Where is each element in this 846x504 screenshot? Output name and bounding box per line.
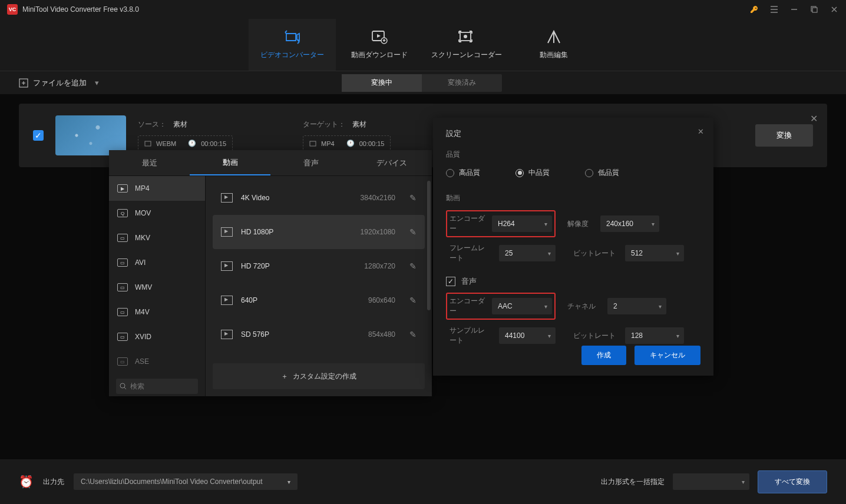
nav-download[interactable]: 動画ダウンロード: [336, 19, 423, 71]
resolution-640p[interactable]: 640P960x640✎: [213, 283, 425, 317]
window-actions: [749, 5, 839, 14]
scrollbar[interactable]: [427, 181, 431, 310]
format-search-input[interactable]: [116, 379, 198, 394]
audio-section-header: ✓ 音声: [446, 276, 700, 287]
video-icon: [221, 330, 233, 339]
file-icon: ▭: [117, 333, 128, 341]
format-icon: [144, 140, 151, 147]
convert-all-button[interactable]: すべて変換: [758, 470, 827, 493]
create-button[interactable]: 作成: [581, 346, 626, 365]
nav-editor[interactable]: 動画編集: [510, 19, 597, 71]
video-icon: [221, 261, 233, 271]
dropdown-icon[interactable]: ▾: [95, 78, 99, 87]
resolution-720p[interactable]: HD 720P1280x720✎: [213, 249, 425, 283]
format-popup: 最近 動画 音声 デバイス ▶MP4 QMOV ▭MKV ▭AVI ▭WMV ▭…: [109, 150, 432, 396]
audio-checkbox[interactable]: ✓: [446, 277, 455, 286]
sidebar-item-wmv[interactable]: ▭WMV: [109, 275, 205, 300]
resolution-1080p[interactable]: HD 1080P1920x1080✎: [213, 215, 425, 249]
content-area: ✓ ソース： 素材 WEBM 🕐 00:00:15 ターゲット： 素材 MP4 …: [0, 94, 846, 459]
samplerate-select[interactable]: 44100: [499, 327, 556, 344]
quality-high[interactable]: 高品質: [446, 168, 480, 178]
tab-converted[interactable]: 変換済み: [422, 74, 502, 92]
sidebar-item-ase[interactable]: ▭ASE: [109, 349, 205, 374]
svg-point-5: [464, 35, 467, 38]
footer: ⏰ 出力先 C:\Users\lizlu\Documents\MiniTool …: [0, 459, 846, 504]
format-tab-device[interactable]: デバイス: [351, 150, 432, 175]
format-tab-recent[interactable]: 最近: [109, 150, 190, 175]
edit-icon[interactable]: ✎: [409, 227, 417, 237]
channel-select[interactable]: 2: [607, 298, 666, 314]
menu-icon[interactable]: [769, 5, 779, 14]
remove-file-icon[interactable]: ✕: [810, 113, 818, 124]
sub-toolbar: ファイルを追加 ▾ 変換中 変換済み: [0, 71, 846, 94]
recorder-icon: [458, 30, 475, 44]
nav-recorder[interactable]: スクリーンレコーダー: [423, 19, 510, 71]
file-icon: ▭: [117, 258, 128, 267]
file-icon: ▭: [117, 357, 128, 366]
edit-icon[interactable]: ✎: [409, 193, 417, 203]
key-icon[interactable]: [749, 5, 759, 14]
cancel-button[interactable]: キャンセル: [634, 346, 700, 365]
format-icon: [309, 140, 316, 147]
output-label: 出力先: [43, 477, 64, 487]
app-logo: VC: [7, 4, 18, 15]
app-title: MiniTool Video Converter Free v3.8.0: [22, 5, 749, 14]
quality-low[interactable]: 低品質: [585, 168, 619, 178]
quality-radios: 高品質 中品質 低品質: [446, 168, 700, 178]
tab-converting[interactable]: 変換中: [342, 74, 422, 92]
main-nav: ビデオコンバーター 動画ダウンロード スクリーンレコーダー 動画編集: [0, 19, 846, 71]
close-icon[interactable]: [830, 5, 839, 14]
format-sidebar: ▶MP4 QMOV ▭MKV ▭AVI ▭WMV ▭M4V ▭XVID ▭ASE: [109, 176, 206, 396]
video-encoder-select[interactable]: H264: [492, 215, 552, 232]
video-icon: [221, 193, 233, 203]
resolution-select[interactable]: 240x160: [600, 215, 659, 232]
batch-format-select[interactable]: [673, 473, 749, 490]
nav-converter[interactable]: ビデオコンバーター: [249, 19, 336, 71]
file-icon: ▭: [117, 308, 128, 316]
output-path-select[interactable]: C:\Users\lizlu\Documents\MiniTool Video …: [74, 473, 298, 490]
download-icon: [371, 30, 388, 44]
sidebar-item-mkv[interactable]: ▭MKV: [109, 226, 205, 250]
clock-icon[interactable]: ⏰: [19, 475, 34, 489]
framerate-select[interactable]: 25: [499, 245, 556, 261]
converter-icon: [284, 30, 300, 44]
audio-encoder-select[interactable]: AAC: [492, 298, 552, 314]
edit-icon[interactable]: ✎: [409, 261, 417, 271]
video-bitrate-select[interactable]: 512: [625, 245, 684, 261]
sidebar-item-m4v[interactable]: ▭M4V: [109, 300, 205, 324]
video-section-label: 動画: [446, 193, 700, 203]
resolution-4k[interactable]: 4K Video3840x2160✎: [213, 181, 425, 215]
file-icon: ▭: [117, 234, 128, 242]
edit-icon[interactable]: ✎: [409, 296, 417, 305]
create-custom-button[interactable]: ＋カスタム設定の作成: [213, 363, 425, 389]
minimize-icon[interactable]: [789, 5, 799, 14]
titlebar: VC MiniTool Video Converter Free v3.8.0: [0, 0, 846, 19]
sidebar-item-mov[interactable]: QMOV: [109, 201, 205, 226]
sidebar-item-mp4[interactable]: ▶MP4: [109, 176, 205, 201]
file-icon: ▭: [117, 283, 128, 291]
quality-label: 品質: [446, 150, 700, 160]
edit-icon[interactable]: ✎: [409, 330, 417, 339]
svg-rect-1: [812, 8, 817, 12]
sidebar-item-xvid[interactable]: ▭XVID: [109, 324, 205, 349]
file-thumbnail[interactable]: [55, 115, 126, 155]
sidebar-item-avi[interactable]: ▭AVI: [109, 250, 205, 275]
resolution-576p[interactable]: SD 576P854x480✎: [213, 317, 425, 352]
video-icon: [221, 296, 233, 305]
file-checkbox[interactable]: ✓: [33, 130, 44, 141]
format-tab-video[interactable]: 動画: [190, 150, 270, 175]
convert-button[interactable]: 変換: [755, 124, 813, 147]
format-tab-audio[interactable]: 音声: [270, 150, 351, 175]
batch-format-label: 出力形式を一括指定: [601, 477, 665, 487]
settings-popup: 設定 ✕ 品質 高品質 中品質 低品質 動画 エンコーダー H264 解像度 2…: [433, 118, 713, 376]
status-tabs: 変換中 変換済み: [342, 74, 502, 92]
quality-medium[interactable]: 中品質: [515, 168, 550, 178]
svg-rect-8: [310, 141, 316, 146]
settings-title: 設定: [446, 128, 700, 139]
file-icon: Q: [117, 209, 128, 217]
maximize-icon[interactable]: [809, 5, 819, 14]
audio-bitrate-select[interactable]: 128: [625, 327, 684, 344]
add-file-button[interactable]: ファイルを追加 ▾: [19, 78, 99, 88]
editor-icon: [546, 30, 562, 44]
settings-close-icon[interactable]: ✕: [698, 127, 704, 136]
